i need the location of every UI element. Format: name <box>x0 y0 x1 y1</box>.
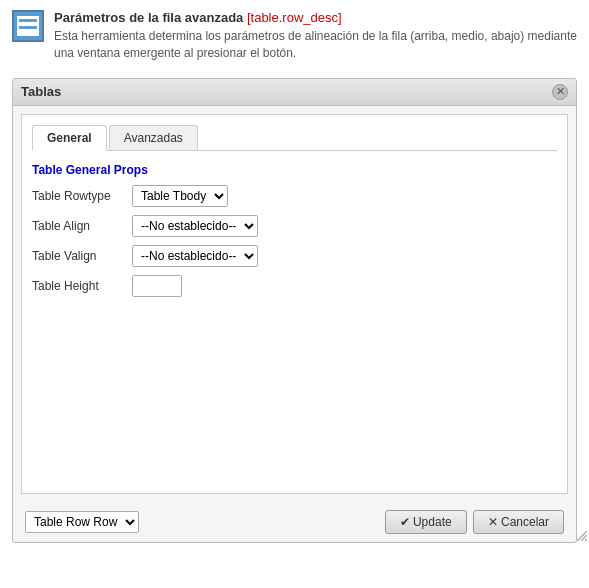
label-align: Table Align <box>32 219 132 233</box>
table-icon <box>17 16 39 36</box>
control-rowtype: Table Tbody <box>132 185 228 207</box>
form-row-align: Table Align --No establecido-- <box>32 215 557 237</box>
resize-handle[interactable] <box>573 527 587 541</box>
header-text: Parámetros de la fila avanzada [table.ro… <box>54 10 577 62</box>
header-description: Esta herramienta determina los parámetro… <box>54 28 577 62</box>
label-height: Table Height <box>32 279 132 293</box>
update-button[interactable]: ✔ Update <box>385 510 467 534</box>
dialog: Tablas ✕ General Avanzadas Table General… <box>12 78 577 543</box>
dialog-title: Tablas <box>21 84 61 99</box>
tab-avanzadas[interactable]: Avanzadas <box>109 125 198 150</box>
control-height <box>132 275 182 297</box>
form-row-height: Table Height <box>32 275 557 297</box>
footer-row-select[interactable]: Table Row Row <box>25 511 139 533</box>
dialog-body: General Avanzadas Table General Props Ta… <box>21 114 568 494</box>
update-button-label: ✔ Update <box>400 515 452 529</box>
label-valign: Table Valign <box>32 249 132 263</box>
tabs-container: General Avanzadas <box>32 125 557 151</box>
header-title-text: Parámetros de la fila avanzada <box>54 10 243 25</box>
form-row-rowtype: Table Rowtype Table Tbody <box>32 185 557 207</box>
tab-general[interactable]: General <box>32 125 107 151</box>
select-rowtype[interactable]: Table Tbody <box>132 185 228 207</box>
dialog-footer: Table Row Row ✔ Update ✕ Cancelar <box>13 502 576 542</box>
select-valign[interactable]: --No establecido-- <box>132 245 258 267</box>
select-align[interactable]: --No establecido-- <box>132 215 258 237</box>
form-section-title: Table General Props <box>32 163 557 177</box>
label-rowtype: Table Rowtype <box>32 189 132 203</box>
header-section: Parámetros de la fila avanzada [table.ro… <box>0 0 589 72</box>
control-align: --No establecido-- <box>132 215 258 237</box>
header-title: Parámetros de la fila avanzada [table.ro… <box>54 10 577 25</box>
form-row-valign: Table Valign --No establecido-- <box>32 245 557 267</box>
header-icon <box>12 10 44 42</box>
dialog-close-button[interactable]: ✕ <box>552 84 568 100</box>
cancel-button-label: ✕ Cancelar <box>488 515 549 529</box>
svg-line-2 <box>585 539 587 541</box>
dialog-titlebar: Tablas ✕ <box>13 79 576 106</box>
control-valign: --No establecido-- <box>132 245 258 267</box>
dialog-wrapper: Tablas ✕ General Avanzadas Table General… <box>0 78 589 543</box>
header-tag: [table.row_desc] <box>247 10 342 25</box>
footer-row-select-wrap: Table Row Row <box>25 511 139 533</box>
cancel-button[interactable]: ✕ Cancelar <box>473 510 564 534</box>
input-height[interactable] <box>132 275 182 297</box>
